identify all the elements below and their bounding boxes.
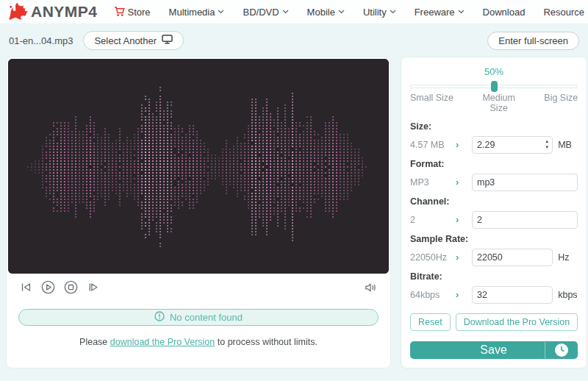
reset-button[interactable]: Reset (410, 313, 451, 331)
monitor-icon (162, 35, 173, 46)
volume-icon[interactable] (364, 282, 377, 293)
nav-item-store[interactable]: Store (114, 7, 151, 18)
format-label: Format: (410, 159, 578, 169)
sample-rate-row: 22050Hz › Hz (410, 249, 578, 266)
secondary-buttons: Reset Download the Pro Version (410, 313, 578, 331)
bitrate-original-value: 64kbps (410, 290, 456, 300)
nav-item-mobile[interactable]: Mobile (307, 7, 345, 18)
anymp4-logo[interactable]: ANYMP4 (7, 1, 98, 23)
waveform-display (8, 59, 389, 274)
mark-big-size: Big Size (544, 93, 578, 116)
info-icon (154, 311, 165, 324)
channel-input[interactable] (472, 211, 578, 229)
playback-controls (8, 274, 389, 297)
rewind-button[interactable] (20, 282, 32, 293)
nav-item-utility[interactable]: Utility (363, 7, 396, 18)
cart-icon (114, 7, 125, 17)
chevron-down-icon (458, 10, 465, 14)
sample-rate-unit: Hz (553, 252, 578, 263)
sample-rate-label: Sample Rate: (410, 234, 578, 244)
channel-row: 2 › (410, 211, 578, 229)
top-navigation: ANYMP4 Store Multimedia BD/DVD Mobile Ut… (0, 0, 588, 24)
channel-original-value: 2 (410, 215, 456, 225)
nav-items: Store Multimedia BD/DVD Mobile Utility F… (114, 7, 588, 18)
size-unit: MB (553, 140, 578, 150)
enter-fullscreen-button[interactable]: Enter full-screen (487, 32, 579, 50)
nav-item-resource[interactable]: Resource (543, 7, 584, 18)
stop-button[interactable] (64, 280, 78, 294)
arrow-right-icon: › (456, 289, 472, 300)
clock-icon (545, 343, 578, 357)
sample-rate-original-value: 22050Hz (410, 252, 456, 263)
arrow-right-icon: › (456, 252, 472, 263)
select-another-button[interactable]: Select Another (83, 31, 184, 50)
no-content-banner: No content found (18, 309, 379, 326)
size-row: 4.57 MB › ▲▼ MB (410, 136, 578, 154)
bitrate-row: 64kbps › kbps (410, 286, 578, 304)
download-pro-button[interactable]: Download the Pro Version (456, 313, 578, 331)
size-label: Size: (410, 121, 578, 132)
waveform-canvas (8, 59, 389, 274)
arrow-right-icon: › (456, 177, 472, 188)
bitrate-unit: kbps (553, 290, 578, 300)
chevron-down-icon (338, 10, 345, 14)
no-content-text: No content found (170, 312, 243, 323)
save-label: Save (410, 343, 545, 357)
flame-logo-icon (7, 1, 29, 23)
arrow-right-icon: › (456, 139, 472, 150)
format-input[interactable] (472, 174, 578, 191)
format-original-value: MP3 (410, 177, 456, 188)
compression-percent: 50% (410, 66, 578, 77)
format-row: MP3 › (410, 174, 578, 191)
size-original-value: 4.57 MB (410, 140, 456, 150)
nav-item-download[interactable]: Download (483, 7, 526, 18)
arrow-right-icon: › (456, 214, 472, 225)
slider-marks: Small Size Medium Size Big Size (410, 93, 578, 116)
size-slider[interactable] (410, 80, 578, 88)
bitrate-input[interactable] (472, 286, 553, 304)
chevron-down-icon (218, 10, 224, 14)
file-toolbar: 01-en...04.mp3 Select Another Enter full… (0, 24, 588, 57)
pro-version-hint: Please download the Pro Version to proce… (8, 337, 389, 347)
size-input[interactable] (472, 136, 553, 154)
mark-medium-size: Medium Size (478, 93, 520, 116)
player-panel: No content found Please download the Pro… (6, 57, 391, 368)
download-pro-link[interactable]: download the Pro Version (110, 337, 215, 347)
slider-thumb[interactable] (491, 81, 498, 92)
current-filename: 01-en...04.mp3 (9, 35, 73, 46)
nav-item-bddvd[interactable]: BD/DVD (243, 7, 288, 18)
fast-forward-button[interactable] (87, 282, 99, 293)
nav-item-freeware[interactable]: Freeware (415, 7, 465, 18)
logo-text: ANYMP4 (31, 3, 98, 21)
mark-small-size: Small Size (410, 93, 453, 116)
channel-label: Channel: (410, 196, 578, 207)
play-button[interactable] (41, 280, 55, 294)
size-stepper[interactable]: ▲▼ (545, 138, 549, 150)
chevron-down-icon (282, 10, 289, 14)
chevron-down-icon (390, 10, 396, 14)
sample-rate-input[interactable] (472, 249, 553, 266)
main-content: No content found Please download the Pro… (0, 57, 588, 368)
bitrate-label: Bitrate: (410, 271, 578, 282)
save-button[interactable]: Save (410, 341, 578, 359)
compress-settings-panel: 50% Small Size Medium Size Big Size Size… (401, 57, 587, 368)
nav-item-multimedia[interactable]: Multimedia (169, 7, 225, 18)
